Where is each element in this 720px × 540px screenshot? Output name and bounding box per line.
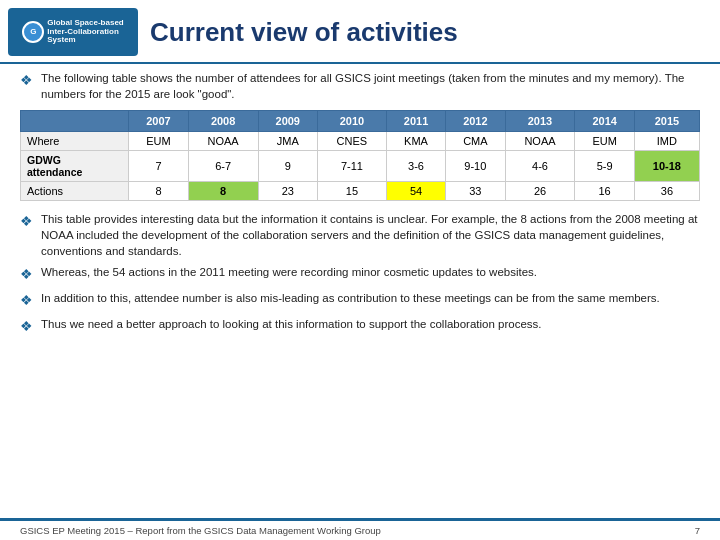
table-cell: 33 xyxy=(446,182,505,201)
bullet-text: Whereas, the 54 actions in the 2011 meet… xyxy=(41,264,537,280)
table-row: Actions8823155433261636 xyxy=(21,182,700,201)
main-content: ❖ The following table shows the number o… xyxy=(0,64,720,518)
col-header-2010: 2010 xyxy=(317,111,386,132)
table-cell: 7-11 xyxy=(317,151,386,182)
row-label: Actions xyxy=(21,182,129,201)
table-cell: 54 xyxy=(386,182,445,201)
col-header-2013: 2013 xyxy=(505,111,575,132)
table-cell: 9-10 xyxy=(446,151,505,182)
table-cell: 16 xyxy=(575,182,634,201)
bullet-text: This table provides interesting data but… xyxy=(41,211,700,259)
bullet-item: ❖This table provides interesting data bu… xyxy=(20,211,700,259)
table-cell: NOAA xyxy=(188,132,258,151)
page-title: Current view of activities xyxy=(150,17,458,48)
footer-left: GSICS EP Meeting 2015 – Report from the … xyxy=(20,525,381,536)
table-cell: IMD xyxy=(634,132,699,151)
data-table: 2007 2008 2009 2010 2011 2012 2013 2014 … xyxy=(20,110,700,201)
table-cell: 4-6 xyxy=(505,151,575,182)
col-header-label xyxy=(21,111,129,132)
footer: GSICS EP Meeting 2015 – Report from the … xyxy=(0,518,720,540)
bullet-icon: ❖ xyxy=(20,317,33,337)
table-cell: 10-18 xyxy=(634,151,699,182)
row-label: Where xyxy=(21,132,129,151)
table-cell: CMA xyxy=(446,132,505,151)
table-row: GDWG attendance76-797-113-69-104-65-910-… xyxy=(21,151,700,182)
table-cell: 7 xyxy=(129,151,188,182)
table-cell: NOAA xyxy=(505,132,575,151)
intro-bullet: ❖ The following table shows the number o… xyxy=(20,70,700,102)
col-header-2007: 2007 xyxy=(129,111,188,132)
table-cell: EUM xyxy=(575,132,634,151)
page: G Global Space-based Inter-Collaboration… xyxy=(0,0,720,540)
bullet-item: ❖Thus we need a better approach to looki… xyxy=(20,316,700,337)
bullet-item: ❖In addition to this, attendee number is… xyxy=(20,290,700,311)
table-row: WhereEUMNOAAJMACNESKMACMANOAAEUMIMD xyxy=(21,132,700,151)
bottom-bullets: ❖This table provides interesting data bu… xyxy=(20,211,700,336)
table-cell: 36 xyxy=(634,182,699,201)
table-cell: EUM xyxy=(129,132,188,151)
col-header-2009: 2009 xyxy=(258,111,317,132)
table-header-row: 2007 2008 2009 2010 2011 2012 2013 2014 … xyxy=(21,111,700,132)
table-cell: 3-6 xyxy=(386,151,445,182)
table-cell: 26 xyxy=(505,182,575,201)
table-cell: 8 xyxy=(129,182,188,201)
table-cell: 15 xyxy=(317,182,386,201)
footer-page-number: 7 xyxy=(695,525,700,536)
table-cell: 23 xyxy=(258,182,317,201)
bullet-item: ❖Whereas, the 54 actions in the 2011 mee… xyxy=(20,264,700,285)
bullet-icon: ❖ xyxy=(20,212,33,232)
col-header-2012: 2012 xyxy=(446,111,505,132)
table-cell: JMA xyxy=(258,132,317,151)
col-header-2015: 2015 xyxy=(634,111,699,132)
col-header-2008: 2008 xyxy=(188,111,258,132)
table-cell: 5-9 xyxy=(575,151,634,182)
table-cell: 9 xyxy=(258,151,317,182)
table-cell: CNES xyxy=(317,132,386,151)
bullet-text: Thus we need a better approach to lookin… xyxy=(41,316,542,332)
bullet-text: In addition to this, attendee number is … xyxy=(41,290,660,306)
bullet-icon: ❖ xyxy=(20,291,33,311)
header: G Global Space-based Inter-Collaboration… xyxy=(0,0,720,64)
col-header-2014: 2014 xyxy=(575,111,634,132)
row-label: GDWG attendance xyxy=(21,151,129,182)
col-header-2011: 2011 xyxy=(386,111,445,132)
table-cell: KMA xyxy=(386,132,445,151)
bullet-icon: ❖ xyxy=(20,265,33,285)
data-table-wrap: 2007 2008 2009 2010 2011 2012 2013 2014 … xyxy=(20,110,700,201)
bullet-icon-intro: ❖ xyxy=(20,71,33,91)
table-cell: 6-7 xyxy=(188,151,258,182)
logo: G Global Space-based Inter-Collaboration… xyxy=(8,8,138,56)
table-cell: 8 xyxy=(188,182,258,201)
